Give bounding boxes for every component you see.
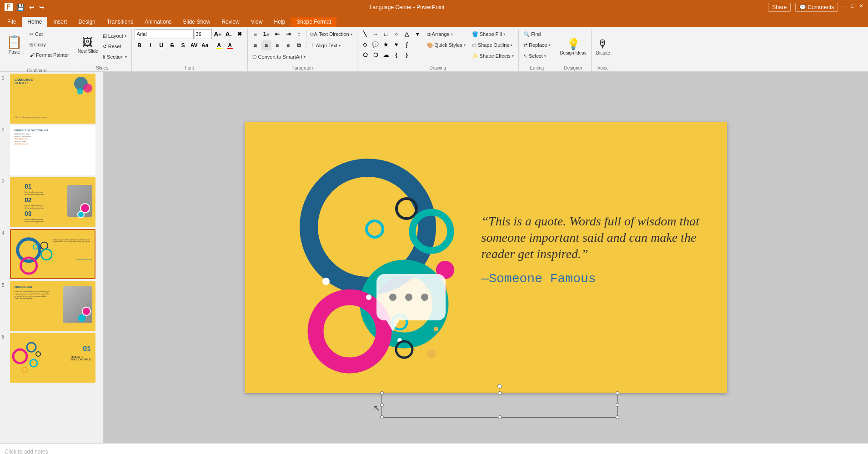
shape-hexagon-tool[interactable]: ⬡: [371, 50, 381, 60]
char-spacing-button[interactable]: AV: [189, 40, 199, 50]
font-name-input[interactable]: [135, 29, 194, 39]
decrease-indent-button[interactable]: ⇤: [272, 29, 282, 39]
close-button[interactable]: ✕: [859, 3, 863, 12]
increase-indent-button[interactable]: ⇥: [283, 29, 293, 39]
tab-insert[interactable]: Insert: [48, 17, 72, 27]
tab-slideshow[interactable]: Slide Show: [177, 17, 216, 27]
slide-item-5[interactable]: 5 INTRODUCTION Here is the closest lorem…: [2, 281, 101, 331]
shape-more-button[interactable]: ▾: [412, 29, 422, 39]
shape-bracket-r-tool[interactable]: }: [402, 50, 412, 60]
tab-shapeformat[interactable]: Shape Format: [291, 17, 336, 27]
shape-callout-tool[interactable]: 💬: [371, 40, 381, 50]
rotate-handle[interactable]: [497, 384, 502, 389]
slide-item-4[interactable]: 4 "This is a quote. Words full of wisdom…: [2, 229, 101, 279]
shape-rect-tool[interactable]: □: [381, 29, 391, 39]
shape-star-tool[interactable]: ★: [381, 40, 391, 50]
notes-area[interactable]: Click to add notes: [0, 443, 868, 454]
shape-triangle-tool[interactable]: △: [402, 29, 412, 39]
save-icon[interactable]: 💾: [15, 3, 26, 11]
maximize-button[interactable]: □: [851, 3, 854, 12]
convert-smartart-button[interactable]: ⬡ Convert to SmartArt ▾: [251, 52, 307, 62]
font-size-input[interactable]: [195, 29, 212, 39]
handle-br[interactable]: [616, 415, 619, 419]
decrease-font-size-button[interactable]: A-: [224, 29, 234, 39]
shape-curve-tool[interactable]: ∫: [402, 40, 412, 50]
tab-help[interactable]: Help: [269, 17, 291, 27]
increase-font-size-button[interactable]: A+: [213, 29, 223, 39]
shape-effects-button[interactable]: ✨ Shape Effects ▾: [470, 51, 516, 61]
highlight-color-button[interactable]: A: [214, 40, 224, 50]
shape-outline-button[interactable]: ▭ Shape Outline ▾: [470, 40, 516, 50]
tab-design[interactable]: Design: [73, 17, 100, 27]
format-painter-button[interactable]: 🖌 Format Painter: [28, 50, 71, 60]
slide-item-1[interactable]: 1 LANGUAGECENTER Here is where your pres…: [2, 74, 101, 124]
columns-button[interactable]: ⧉: [294, 40, 304, 50]
handle-mr[interactable]: [616, 403, 619, 407]
handle-bl[interactable]: [380, 415, 384, 419]
italic-button[interactable]: I: [146, 40, 156, 50]
comments-button[interactable]: 💬 Comments: [795, 3, 838, 12]
tab-view[interactable]: View: [246, 17, 268, 27]
select-button[interactable]: ↖ Select ▾: [522, 51, 548, 61]
justify-button[interactable]: ≡: [283, 40, 293, 50]
text-direction-button[interactable]: ⟳A Text Direction ▾: [308, 29, 354, 39]
bold-button[interactable]: B: [135, 40, 145, 50]
shape-bracket-l-tool[interactable]: {: [391, 50, 401, 60]
layout-button[interactable]: ⊞ Layout ▾: [101, 31, 129, 41]
slide-item-6[interactable]: 6 01 THIS IS ASECTION TITLE: [2, 333, 101, 383]
align-text-button[interactable]: ⊤ Align Text ▾: [308, 40, 343, 50]
shape-arrow-tool[interactable]: →: [371, 29, 381, 39]
handle-ml[interactable]: [380, 403, 384, 407]
handle-tr[interactable]: [616, 391, 619, 395]
section-button[interactable]: § Section ▾: [101, 52, 129, 62]
cut-button[interactable]: ✂ Cut: [28, 29, 71, 39]
numbering-button[interactable]: 1≡: [261, 29, 271, 39]
svg-point-13: [366, 221, 383, 237]
case-button[interactable]: Aa: [200, 40, 210, 50]
new-slide-button[interactable]: 🖼 New Slide: [76, 29, 100, 61]
shape-oval-tool[interactable]: ○: [391, 29, 401, 39]
shape-line-tool[interactable]: ╲: [360, 29, 370, 39]
minimize-button[interactable]: ─: [843, 3, 847, 12]
clear-format-button[interactable]: ✖: [235, 29, 245, 39]
handle-bc[interactable]: [498, 415, 502, 419]
replace-button[interactable]: ⇄ Replace ▾: [522, 40, 552, 50]
quick-styles-button[interactable]: 🎨 Quick Styles ▾: [425, 40, 467, 50]
dictate-button[interactable]: 🎙 Dictate: [594, 31, 612, 63]
slide-canvas[interactable]: “This is a quote. Words full of wisdom t…: [245, 122, 727, 393]
paste-button[interactable]: 📋 Paste: [3, 29, 26, 60]
tab-transitions[interactable]: Transitions: [101, 17, 139, 27]
arrange-button[interactable]: ⧉ Arrange ▾: [425, 29, 467, 39]
font-color-button[interactable]: A: [225, 40, 235, 50]
tab-home[interactable]: Home: [22, 17, 47, 27]
handle-tc[interactable]: [498, 391, 502, 395]
handle-tl[interactable]: [380, 391, 384, 395]
linespacing-button[interactable]: ↕: [294, 29, 304, 39]
undo-icon[interactable]: ↩: [28, 3, 36, 11]
strikethrough-button[interactable]: S: [167, 40, 177, 50]
copy-button[interactable]: ⎘ Copy: [28, 40, 71, 50]
redo-icon[interactable]: ↪: [38, 3, 46, 11]
shape-fill-button[interactable]: 🪣 Shape Fill ▾: [470, 29, 516, 39]
tab-animations[interactable]: Animations: [139, 17, 177, 27]
shape-cloud-tool[interactable]: ☁: [381, 50, 391, 60]
underline-button[interactable]: U: [156, 40, 166, 50]
reset-button[interactable]: ↺ Reset: [101, 41, 129, 51]
shape-pentagon-tool[interactable]: ⬠: [360, 50, 370, 60]
slide-item-3[interactable]: 3 01 Here is where the topicof the secti…: [2, 177, 101, 227]
design-ideas-button[interactable]: 💡 Design Ideas: [558, 31, 588, 63]
shape-heart-tool[interactable]: ♥: [391, 40, 401, 50]
shadow-button[interactable]: S: [178, 40, 188, 50]
selection-box[interactable]: [381, 393, 618, 418]
align-right-button[interactable]: ≡: [272, 40, 282, 50]
svg-point-8: [22, 367, 27, 373]
share-button[interactable]: Share: [768, 3, 791, 12]
slide-item-2[interactable]: 2 CONTENTS OF THIS TEMPLATE ● Slide 01 -…: [2, 125, 101, 175]
align-center-button[interactable]: ≡: [261, 40, 271, 50]
find-button[interactable]: 🔍 Find: [522, 29, 542, 39]
tab-file[interactable]: File: [2, 17, 21, 27]
align-left-button[interactable]: ≡: [251, 40, 261, 50]
shape-diamond-tool[interactable]: ◇: [360, 40, 370, 50]
tab-review[interactable]: Review: [216, 17, 245, 27]
bullets-button[interactable]: ≡: [251, 29, 261, 39]
